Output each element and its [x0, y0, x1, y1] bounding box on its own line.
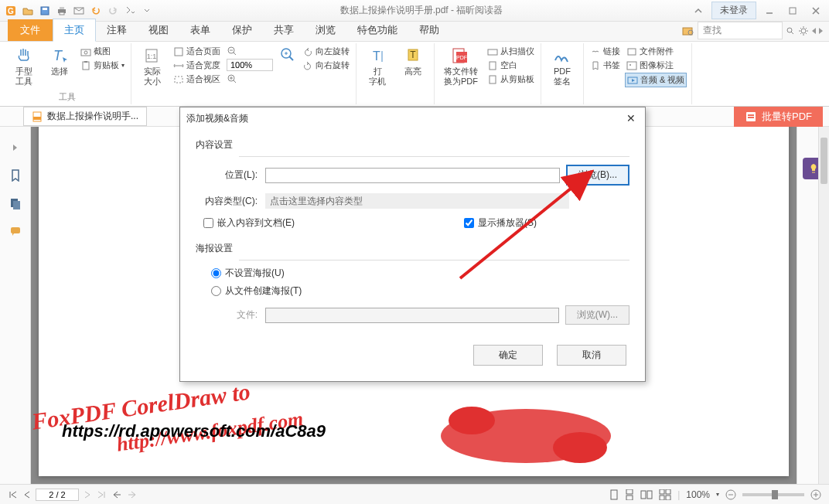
content-type-select[interactable]: 点击这里选择内容类型 — [265, 193, 569, 209]
snapshot-button[interactable]: 截图 — [79, 45, 126, 58]
continuous-facing-icon[interactable] — [659, 489, 671, 500]
app-icon[interactable]: G — [3, 3, 19, 19]
select-tool-button[interactable]: T 选择 — [43, 45, 76, 78]
audio-video-button[interactable]: 音频 & 视频 — [625, 73, 687, 87]
svg-rect-66 — [660, 489, 664, 494]
arrow-dropdown-icon[interactable] — [122, 3, 138, 19]
tab-comment[interactable]: 注释 — [96, 19, 138, 41]
cancel-button[interactable]: 取消 — [557, 345, 626, 366]
show-player-checkbox[interactable]: 显示播放器(S) — [464, 216, 537, 230]
svg-rect-18 — [83, 62, 89, 70]
close-button[interactable] — [806, 3, 826, 19]
search-input[interactable]: 查找 — [698, 22, 783, 39]
maximize-button[interactable] — [783, 3, 803, 19]
tab-features[interactable]: 特色功能 — [346, 19, 408, 41]
batch-convert-button[interactable]: 批量转PDF — [734, 107, 823, 127]
tab-form[interactable]: 表单 — [179, 19, 221, 41]
sidebar-expand-icon[interactable] — [9, 141, 22, 155]
qat-dropdown-icon[interactable] — [139, 3, 155, 19]
zoom-slider[interactable] — [742, 493, 804, 496]
convert-pdf-button[interactable]: PDF 将文件转换为PDF — [439, 45, 483, 88]
image-annotation-button[interactable]: 图像标注 — [625, 59, 687, 72]
svg-point-47 — [629, 64, 631, 66]
zoom-in-button[interactable] — [810, 489, 821, 500]
next-page-icon[interactable] — [84, 490, 91, 499]
redo-icon[interactable] — [105, 3, 121, 19]
prev-page-icon[interactable] — [23, 490, 31, 499]
email-icon[interactable] — [71, 3, 87, 19]
facing-icon[interactable] — [640, 489, 653, 500]
vertical-scrollbar[interactable] — [818, 127, 829, 484]
pdf-sign-button[interactable]: PDF签名 — [546, 45, 578, 88]
pdf-file-icon — [32, 111, 43, 122]
tab-help[interactable]: 帮助 — [408, 19, 450, 41]
file-label: 文件: — [227, 308, 265, 322]
from-scanner-button[interactable]: 从扫描仪 — [486, 45, 536, 58]
from-clipboard-button[interactable]: 从剪贴板 — [486, 73, 536, 86]
pages-panel-icon[interactable] — [9, 196, 22, 210]
open-icon[interactable] — [20, 3, 36, 19]
no-poster-radio[interactable]: 不设置海报(U) — [211, 267, 629, 280]
minimize-button[interactable] — [759, 3, 780, 19]
highlight-button[interactable]: T 高亮 — [397, 45, 429, 78]
bookmark-panel-icon[interactable] — [9, 169, 22, 182]
tab-protect[interactable]: 保护 — [221, 19, 263, 41]
tab-view[interactable]: 视图 — [138, 19, 179, 41]
file-attachment-button[interactable]: 文件附件 — [625, 45, 687, 58]
rotate-left-button[interactable]: 向左旋转 — [301, 45, 351, 58]
nav-back-icon[interactable] — [111, 490, 122, 499]
zoom-out-button[interactable] — [725, 489, 736, 500]
svg-rect-69 — [666, 495, 670, 500]
zoom-combo[interactable] — [227, 59, 273, 71]
search-folder-icon[interactable] — [682, 26, 694, 36]
print-icon[interactable] — [54, 3, 70, 19]
svg-rect-62 — [626, 489, 633, 494]
save-icon[interactable] — [37, 3, 53, 19]
login-button[interactable]: 未登录 — [711, 2, 756, 19]
browse-button[interactable]: 浏览(B)... — [566, 165, 629, 186]
dialog-close-button[interactable]: ✕ — [623, 111, 639, 126]
typewriter-button[interactable]: T 打字机 — [361, 45, 394, 88]
search-dropdown-icon[interactable] — [786, 26, 795, 36]
scroll-thumb[interactable] — [820, 138, 827, 184]
highlight-label: 高亮 — [404, 66, 421, 77]
ribbon-collapse-icon[interactable] — [688, 3, 708, 19]
zoom-magnifier-icon[interactable] — [278, 45, 298, 65]
svg-rect-55 — [13, 201, 20, 209]
link-button[interactable]: 链接 — [588, 45, 622, 58]
blank-button[interactable]: 空白 — [486, 59, 536, 72]
window-title: 数据上报操作说明手册.pdf - 福昕阅读器 — [155, 4, 688, 17]
undo-icon[interactable] — [88, 3, 104, 19]
bookmark-button[interactable]: 书签 — [588, 59, 622, 72]
rotate-right-button[interactable]: 向右旋转 — [301, 59, 351, 72]
embed-checkbox[interactable]: 嵌入内容到文档(E) — [203, 216, 295, 230]
comments-panel-icon[interactable] — [9, 224, 22, 238]
fit-page-button[interactable]: 适合页面 — [172, 45, 222, 58]
last-page-icon[interactable] — [96, 490, 107, 499]
file-tab[interactable]: 文件 — [8, 19, 53, 41]
hand-tool-button[interactable]: 手型工具 — [8, 45, 40, 88]
clipboard-button[interactable]: 剪贴板▾ — [79, 59, 126, 72]
poster-settings-label: 海报设置 — [196, 242, 629, 255]
gear-icon[interactable] — [798, 26, 809, 36]
dialog-titlebar[interactable]: 添加视频&音频 ✕ — [180, 107, 645, 129]
nav-fwd-icon[interactable] — [127, 490, 138, 499]
ok-button[interactable]: 确定 — [473, 345, 543, 366]
location-input[interactable] — [265, 168, 560, 183]
single-page-icon[interactable] — [609, 489, 619, 500]
from-file-radio[interactable]: 从文件创建海报(T) — [211, 284, 629, 298]
document-tab[interactable]: 数据上报操作说明手... — [23, 107, 147, 126]
tab-share[interactable]: 共享 — [263, 19, 305, 41]
tab-browse[interactable]: 浏览 — [305, 19, 346, 41]
fit-visible-button[interactable]: 适合视区 — [172, 73, 222, 86]
nav-next-icon[interactable] — [819, 28, 823, 34]
continuous-icon[interactable] — [625, 489, 634, 500]
page-input[interactable] — [36, 489, 79, 501]
first-page-icon[interactable] — [8, 490, 19, 499]
tab-home[interactable]: 主页 — [53, 19, 96, 42]
zoom-in-icon[interactable] — [225, 73, 275, 85]
zoom-out-icon[interactable] — [225, 45, 275, 57]
fit-width-button[interactable]: 适合宽度 — [172, 59, 222, 72]
actual-size-button[interactable]: 1:1 实际大小 — [136, 45, 169, 88]
nav-prev-icon[interactable] — [812, 28, 816, 34]
